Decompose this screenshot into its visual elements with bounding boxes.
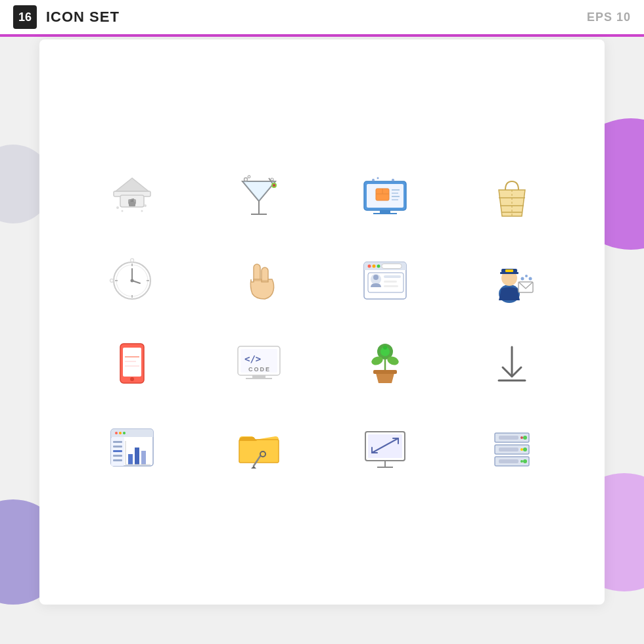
graduation-cap-icon [106,172,158,224]
svg-rect-124 [499,436,518,440]
svg-point-46 [131,279,134,283]
svg-point-16 [273,184,275,187]
header-number: 16 [13,5,37,29]
svg-point-123 [523,436,527,440]
svg-point-74 [528,277,532,281]
svg-point-129 [520,448,523,451]
svg-rect-9 [129,202,135,206]
svg-rect-64 [384,285,398,287]
svg-marker-115 [251,466,256,469]
svg-point-19 [271,178,273,181]
svg-rect-63 [384,281,397,283]
svg-point-56 [368,265,371,268]
presentation-icon [359,420,411,472]
svg-rect-110 [141,451,146,465]
svg-rect-128 [499,448,518,451]
svg-point-7 [144,204,147,207]
icon-cell-download [452,325,572,402]
svg-rect-105 [113,450,122,452]
svg-point-8 [141,210,143,212]
header-title: ICON SET [46,9,587,26]
icon-cell-presentation [325,408,446,484]
svg-point-6 [122,210,124,212]
icon-cell-folder-tools [199,408,319,484]
icon-cell-plant [325,325,446,402]
header: 16 ICON SET EPS 10 [0,0,644,34]
svg-rect-104 [113,446,122,448]
svg-rect-70 [505,269,513,272]
svg-point-32 [377,177,379,179]
svg-point-33 [392,179,394,181]
tablet-icon [106,337,158,390]
svg-point-91 [383,346,387,350]
icon-set-card: </> CODE [39,39,605,605]
icon-cell-monitor-box [325,160,446,236]
icon-cell-clock [72,242,193,319]
svg-point-133 [520,460,523,463]
svg-rect-132 [499,459,518,463]
svg-rect-107 [113,459,122,461]
icon-cell-analytics-web [72,408,193,484]
shopping-bag-icon [486,172,538,224]
svg-point-5 [116,206,119,209]
icon-cell-shopping-bag [452,160,572,236]
folder-tools-icon [233,420,285,472]
postman-icon [486,254,538,307]
svg-point-58 [377,265,380,268]
download-icon [486,337,538,390]
svg-marker-1 [116,178,149,191]
svg-point-47 [131,259,134,262]
header-line [0,34,644,37]
svg-point-101 [123,432,126,434]
svg-point-99 [115,432,118,434]
svg-rect-106 [113,455,122,457]
svg-point-57 [373,265,376,268]
svg-marker-11 [242,181,275,201]
server-icon [486,420,538,472]
svg-point-31 [372,179,375,181]
monitor-box-icon [359,172,411,224]
svg-point-131 [523,459,527,463]
svg-point-17 [244,178,247,181]
icon-cell-server [452,408,572,484]
svg-rect-108 [128,454,133,465]
svg-rect-62 [384,275,401,278]
plant-icon [359,337,411,390]
svg-point-77 [130,377,134,381]
code-monitor-icon: </> CODE [233,337,285,390]
svg-point-48 [110,279,114,283]
hand-gesture-icon [233,254,285,307]
icon-cell-hand-gesture [199,242,319,319]
svg-rect-69 [500,272,518,274]
svg-point-100 [119,432,122,434]
svg-point-18 [248,175,250,178]
svg-point-61 [373,275,379,280]
icon-cell-code-monitor: </> CODE [199,325,319,402]
svg-text:CODE: CODE [248,366,271,373]
id-card-web-icon [359,254,411,307]
svg-point-73 [525,275,528,277]
svg-rect-87 [373,370,397,374]
svg-point-127 [523,448,527,451]
icon-cell-cocktail [199,160,319,236]
icon-cell-postman [452,242,572,319]
icon-cell-tablet [72,325,193,402]
clock-icon [106,254,158,307]
cocktail-icon [233,172,285,224]
analytics-web-icon [106,420,158,472]
icon-cell-graduation [72,160,193,236]
svg-point-72 [520,277,524,281]
header-eps: EPS 10 [587,11,631,24]
icon-cell-id-card-web [325,242,446,319]
svg-rect-103 [113,441,122,443]
svg-rect-59 [382,264,402,269]
icon-grid: </> CODE [72,160,572,484]
svg-rect-76 [123,348,141,377]
svg-point-125 [520,436,523,439]
svg-rect-109 [135,448,139,465]
svg-text:</>: </> [244,354,261,364]
